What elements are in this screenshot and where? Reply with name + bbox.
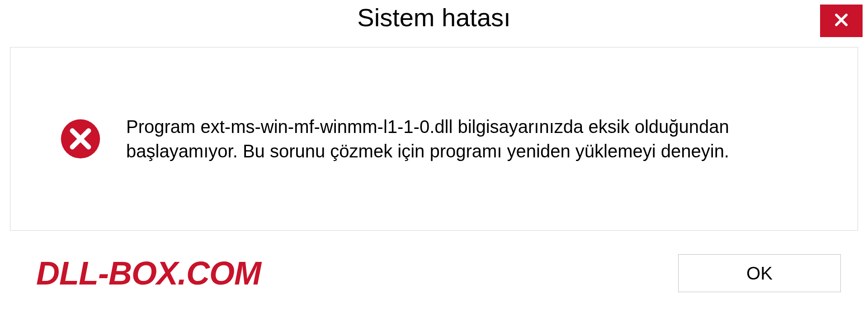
watermark-text: DLL-BOX.COM [36, 255, 261, 292]
ok-button[interactable]: OK [678, 254, 841, 292]
error-message: Program ext-ms-win-mf-winmm-l1-1-0.dll b… [126, 114, 821, 163]
bottom-bar: DLL-BOX.COM OK [0, 233, 868, 313]
titlebar: Sistem hatası [0, 0, 868, 45]
close-icon [833, 11, 850, 30]
close-button[interactable] [820, 5, 863, 37]
dialog-title: Sistem hatası [357, 3, 510, 32]
error-icon [60, 119, 101, 159]
content-panel: Program ext-ms-win-mf-winmm-l1-1-0.dll b… [10, 47, 858, 231]
